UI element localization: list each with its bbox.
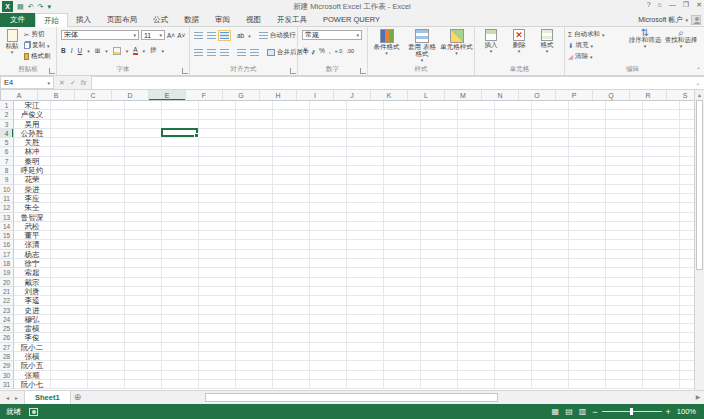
column-header-O[interactable]: O: [519, 90, 556, 100]
cell-N1[interactable]: [495, 101, 532, 110]
cell-I26[interactable]: [310, 333, 347, 342]
cell-M19[interactable]: [458, 268, 495, 277]
cell-J4[interactable]: [347, 129, 384, 138]
cell-M13[interactable]: [458, 213, 495, 222]
cell-D11[interactable]: [125, 194, 162, 203]
column-header-D[interactable]: D: [112, 90, 149, 100]
cell-J7[interactable]: [347, 157, 384, 166]
cell-P25[interactable]: [569, 324, 606, 333]
cell-C30[interactable]: [88, 371, 125, 380]
cell-A15[interactable]: 董平: [14, 231, 51, 240]
cell-H17[interactable]: [273, 250, 310, 259]
cell-J3[interactable]: [347, 120, 384, 129]
cell-N2[interactable]: [495, 110, 532, 119]
cell-F19[interactable]: [199, 268, 236, 277]
cell-N4[interactable]: [495, 129, 532, 138]
cell-I27[interactable]: [310, 343, 347, 352]
cell-J25[interactable]: [347, 324, 384, 333]
cell-R24[interactable]: [643, 315, 680, 324]
cell-A8[interactable]: 呼延灼: [14, 166, 51, 175]
align-middle-icon[interactable]: [207, 32, 216, 39]
cell-L3[interactable]: [421, 120, 458, 129]
cell-Q2[interactable]: [606, 110, 643, 119]
formula-input[interactable]: [92, 76, 692, 89]
cell-B23[interactable]: [51, 306, 88, 315]
align-top-icon[interactable]: [194, 32, 203, 39]
cell-E19[interactable]: [162, 268, 199, 277]
conditional-formatting-button[interactable]: 条件格式▾: [370, 29, 403, 57]
cell-I21[interactable]: [310, 287, 347, 296]
borders-icon[interactable]: ⊞: [95, 47, 100, 55]
insert-cells-button[interactable]: 插入▾: [478, 29, 504, 55]
cell-E11[interactable]: [162, 194, 199, 203]
align-center-icon[interactable]: [207, 49, 216, 56]
cell-M12[interactable]: [458, 203, 495, 212]
cell-I18[interactable]: [310, 259, 347, 268]
format-as-table-button[interactable]: 套用 表格格式▾: [405, 29, 439, 64]
row-header-19[interactable]: 19: [0, 268, 14, 277]
cell-P19[interactable]: [569, 268, 606, 277]
cell-O16[interactable]: [532, 240, 569, 249]
cell-K27[interactable]: [384, 343, 421, 352]
cell-I13[interactable]: [310, 213, 347, 222]
cell-A24[interactable]: 穆弘: [14, 315, 51, 324]
cell-J6[interactable]: [347, 147, 384, 156]
cell-B30[interactable]: [51, 371, 88, 380]
row-header-26[interactable]: 26: [0, 333, 14, 342]
cell-A22[interactable]: 李逵: [14, 296, 51, 305]
cell-N28[interactable]: [495, 352, 532, 361]
cell-C14[interactable]: [88, 222, 125, 231]
cell-J24[interactable]: [347, 315, 384, 324]
row-header-9[interactable]: 9: [0, 175, 14, 184]
cell-D24[interactable]: [125, 315, 162, 324]
cell-R15[interactable]: [643, 231, 680, 240]
cell-G28[interactable]: [236, 352, 273, 361]
cell-O7[interactable]: [532, 157, 569, 166]
cell-D14[interactable]: [125, 222, 162, 231]
cell-B7[interactable]: [51, 157, 88, 166]
grow-font-icon[interactable]: A˄: [167, 30, 175, 40]
cell-Q6[interactable]: [606, 147, 643, 156]
cell-E13[interactable]: [162, 213, 199, 222]
cell-Q1[interactable]: [606, 101, 643, 110]
cell-H26[interactable]: [273, 333, 310, 342]
cell-O29[interactable]: [532, 361, 569, 370]
cell-M22[interactable]: [458, 296, 495, 305]
tab-开始[interactable]: 开始: [35, 13, 68, 27]
cell-C2[interactable]: [88, 110, 125, 119]
cell-M6[interactable]: [458, 147, 495, 156]
cell-K30[interactable]: [384, 371, 421, 380]
format-painter-button[interactable]: 格式刷: [24, 52, 51, 61]
cell-D21[interactable]: [125, 287, 162, 296]
cell-K29[interactable]: [384, 361, 421, 370]
cell-H29[interactable]: [273, 361, 310, 370]
cell-K19[interactable]: [384, 268, 421, 277]
cell-I16[interactable]: [310, 240, 347, 249]
sheet-tab-sheet1[interactable]: Sheet1: [24, 391, 71, 404]
cell-O26[interactable]: [532, 333, 569, 342]
cell-P10[interactable]: [569, 185, 606, 194]
account-area[interactable]: Microsoft 帐户 ▾: [638, 13, 701, 27]
cell-N17[interactable]: [495, 250, 532, 259]
cell-F22[interactable]: [199, 296, 236, 305]
cell-N10[interactable]: [495, 185, 532, 194]
cell-L29[interactable]: [421, 361, 458, 370]
cell-G18[interactable]: [236, 259, 273, 268]
cell-A4[interactable]: 公孙胜: [14, 129, 51, 138]
cell-H21[interactable]: [273, 287, 310, 296]
cell-L26[interactable]: [421, 333, 458, 342]
cell-Q18[interactable]: [606, 259, 643, 268]
cell-A25[interactable]: 雷横: [14, 324, 51, 333]
cell-N9[interactable]: [495, 175, 532, 184]
cell-Q28[interactable]: [606, 352, 643, 361]
cell-B27[interactable]: [51, 343, 88, 352]
cell-I4[interactable]: [310, 129, 347, 138]
cell-D23[interactable]: [125, 306, 162, 315]
cell-F2[interactable]: [199, 110, 236, 119]
cell-D7[interactable]: [125, 157, 162, 166]
cell-I22[interactable]: [310, 296, 347, 305]
cell-L16[interactable]: [421, 240, 458, 249]
cell-N21[interactable]: [495, 287, 532, 296]
cell-E23[interactable]: [162, 306, 199, 315]
zoom-thumb[interactable]: [630, 408, 633, 415]
